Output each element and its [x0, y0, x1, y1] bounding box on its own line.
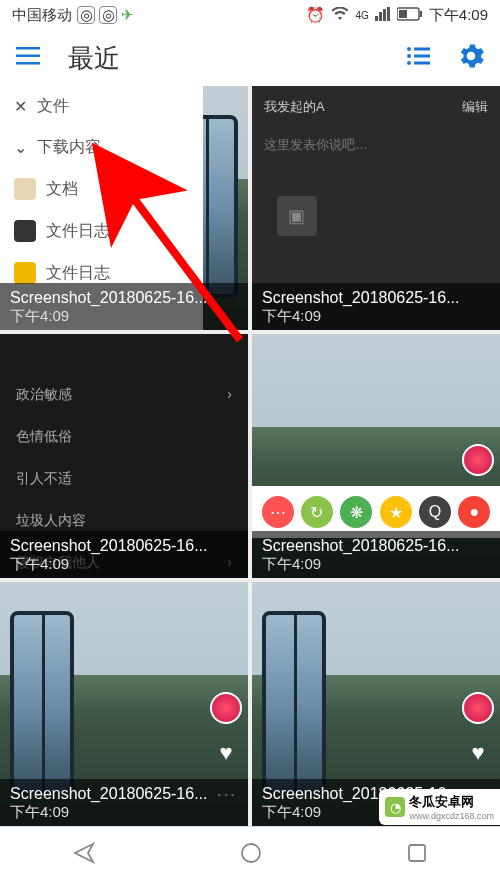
gallery-item[interactable]: ♥ ⋯ ↻ ❋ ★ Q ● Screenshot_20180625-16... …	[252, 334, 500, 578]
share-icon: ↻	[301, 496, 333, 528]
sidebar-item[interactable]: ⌄ 下载内容	[0, 127, 203, 168]
sidebar-item-label: 下载内容	[37, 137, 101, 158]
watermark: ◔ 冬瓜安卓网 www.dgxcdz168.com	[379, 789, 500, 825]
status-time: 下午4:09	[429, 6, 488, 25]
list-item: 引人不适	[16, 458, 232, 500]
gallery-item[interactable]: ✕ 文件 ⌄ 下载内容 文档 文件日志 文件日志 Screenshot_2018…	[0, 86, 248, 330]
sidebar-item-label: 文档	[46, 179, 78, 200]
watermark-text: 冬瓜安卓网	[409, 793, 494, 811]
share-icon: ⋯	[262, 496, 294, 528]
input-hint: 这里发表你说吧…	[252, 128, 500, 162]
weibo-icon: ●	[458, 496, 490, 528]
sidebar-item[interactable]: 文档	[0, 168, 203, 210]
svg-point-5	[407, 54, 411, 58]
qq-icon: Q	[419, 496, 451, 528]
filename-label: Screenshot_20180625-16...	[10, 785, 238, 803]
sidebar-item[interactable]: 文件日志	[0, 210, 203, 252]
wechat-icon: ❋	[340, 496, 372, 528]
svg-rect-2	[420, 11, 422, 17]
filename-label: Screenshot_20180625-16...	[262, 537, 490, 555]
back-icon[interactable]	[73, 842, 95, 868]
carrier-label: 中国移动	[12, 6, 72, 25]
svg-rect-6	[414, 55, 430, 58]
gallery-item[interactable]: ♥ ⋯ ➦ Screenshot_20180625-16... 下午4:09	[0, 582, 248, 826]
network-4g: 4G	[355, 10, 368, 21]
dark-header-right: 编辑	[462, 98, 488, 116]
image-placeholder-icon: ▣	[277, 196, 317, 236]
avatar	[462, 692, 494, 724]
sidebar-item[interactable]: ✕ 文件	[0, 86, 203, 127]
signal-icon	[375, 7, 391, 24]
status-icon-1: ◎	[77, 6, 95, 24]
svg-rect-4	[414, 48, 430, 51]
wifi-icon	[331, 7, 349, 24]
time-label: 下午4:09	[10, 307, 238, 326]
svg-point-10	[242, 844, 260, 862]
heart-icon: ♥	[219, 740, 232, 766]
app-icon	[14, 220, 36, 242]
sidebar-item-label: 文件日志	[46, 263, 110, 284]
filename-label: Screenshot_20180625-16...	[10, 289, 238, 307]
svg-rect-8	[414, 62, 430, 65]
page-title: 最近	[68, 41, 406, 76]
time-label: 下午4:09	[10, 803, 238, 822]
gallery-item[interactable]: 我发起的A 编辑 这里发表你说吧… ▣ Screenshot_20180625-…	[252, 86, 500, 330]
avatar	[210, 692, 242, 724]
folder-icon	[14, 178, 36, 200]
svg-point-7	[407, 61, 411, 65]
time-label: 下午4:09	[262, 307, 490, 326]
location-icon: ✈	[121, 6, 134, 24]
gallery-grid: ✕ 文件 ⌄ 下载内容 文档 文件日志 文件日志 Screenshot_2018…	[0, 86, 500, 826]
close-icon: ✕	[14, 97, 27, 116]
heart-icon: ♥	[471, 740, 484, 766]
dark-header-left: 我发起的A	[264, 98, 325, 116]
gallery-item[interactable]: 政治敏感› 色情低俗 引人不适 垃圾人内容 侵权自我他人› Screenshot…	[0, 334, 248, 578]
chevron-down-icon: ⌄	[14, 138, 27, 157]
home-icon[interactable]	[240, 842, 262, 868]
list-item: 政治敏感›	[16, 374, 232, 416]
alarm-icon: ⏰	[306, 6, 325, 24]
time-label: 下午4:09	[10, 555, 238, 574]
app-header: 最近	[0, 30, 500, 86]
star-icon: ★	[380, 496, 412, 528]
time-label: 下午4:09	[262, 555, 490, 574]
watermark-url: www.dgxcdz168.com	[409, 811, 494, 821]
navigation-bar	[0, 826, 500, 882]
gear-icon[interactable]	[458, 43, 484, 73]
avatar	[462, 444, 494, 476]
watermark-logo: ◔	[385, 797, 405, 817]
svg-rect-11	[409, 845, 425, 861]
battery-icon	[397, 7, 423, 24]
list-view-icon[interactable]	[406, 46, 430, 70]
app-icon	[14, 262, 36, 284]
sidebar-item-label: 文件日志	[46, 221, 110, 242]
svg-point-3	[407, 47, 411, 51]
filename-label: Screenshot_20180625-16...	[262, 289, 490, 307]
svg-rect-1	[399, 10, 407, 18]
list-item: 色情低俗	[16, 416, 232, 458]
filename-label: Screenshot_20180625-16...	[10, 537, 238, 555]
recents-icon[interactable]	[407, 843, 427, 867]
status-icon-2: ◎	[99, 6, 117, 24]
status-bar: 中国移动 ◎ ◎ ✈ ⏰ 4G 下午4:09	[0, 0, 500, 30]
menu-icon[interactable]	[16, 47, 40, 69]
sidebar-item-label: 文件	[37, 96, 69, 117]
